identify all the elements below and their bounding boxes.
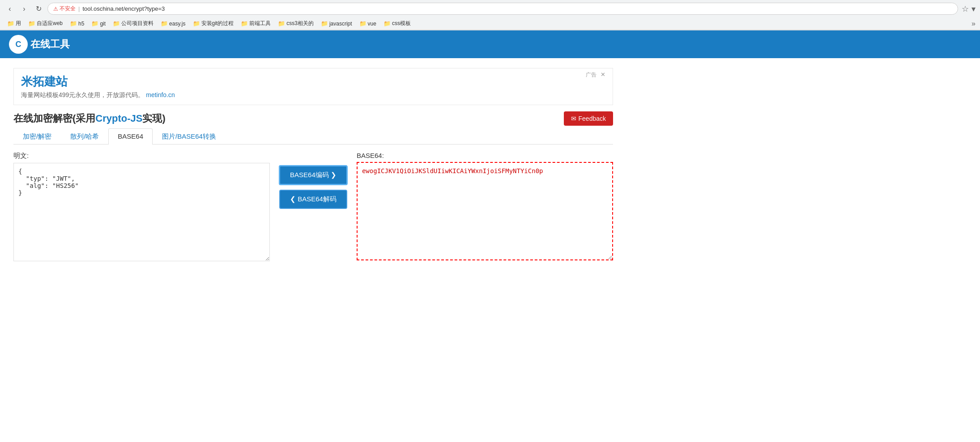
bookmarks-more-button[interactable]: » xyxy=(971,20,976,28)
logo-text: 在线工具 xyxy=(30,38,70,51)
toolbar-actions: ☆ ▾ xyxy=(962,4,976,14)
bookmark-label: javascript xyxy=(329,21,352,27)
feedback-icon: ✉ xyxy=(571,115,576,122)
encode-button[interactable]: BASE64编码 ❯ xyxy=(279,165,348,185)
bookmark-label: 用 xyxy=(16,20,21,27)
output-section: BASE64: ewogICJKV1QiOiJKSldUIiwKICAiYWxn… xyxy=(357,152,613,262)
base64-output[interactable]: ewogICJKV1QiOiJKSldUIiwKICAiYWxnIjoiSFMy… xyxy=(357,162,613,260)
bookmark-label: vue xyxy=(368,21,376,27)
bookmark-item-8[interactable]: 📁 css3相关的 xyxy=(275,19,316,28)
main-content: 广告 ✕ 米拓建站 海量网站模板499元永久使用，开放源代码。 metinfo.… xyxy=(0,58,626,267)
folder-icon: 📁 xyxy=(161,20,168,27)
encode-label: BASE64编码 ❯ xyxy=(290,171,337,179)
decode-button[interactable]: ❮ BASE64解码 xyxy=(279,190,347,209)
folder-icon: 📁 xyxy=(70,20,77,27)
security-warning: ⚠ 不安全 xyxy=(53,5,76,13)
feedback-label: Feedback xyxy=(579,115,606,122)
page-title: 在线加密解密(采用Crypto-JS实现) xyxy=(13,112,166,125)
ad-banner: 广告 ✕ 米拓建站 海量网站模板499元永久使用，开放源代码。 metinfo.… xyxy=(13,68,613,105)
ad-label: 广告 xyxy=(586,71,597,79)
bookmark-label: 公司项目资料 xyxy=(121,20,153,27)
ad-url[interactable]: metinfo.cn xyxy=(146,91,175,98)
page-title-prefix: 在线加密解密(采用 xyxy=(13,113,95,124)
folder-icon: 📁 xyxy=(278,20,285,27)
output-label: BASE64: xyxy=(357,152,613,159)
bookmark-label: 安装git的过程 xyxy=(201,20,234,27)
folder-icon: 📁 xyxy=(359,20,366,27)
back-button[interactable]: ‹ xyxy=(4,4,15,14)
bookmark-label: easy.js xyxy=(169,21,185,27)
bookmark-label: h5 xyxy=(78,21,84,27)
tabs: 加密/解密 散列/哈希 BASE64 图片/BASE64转换 xyxy=(13,128,613,144)
ad-subtitle: 海量网站模板499元永久使用，开放源代码。 metinfo.cn xyxy=(21,91,605,99)
folder-icon: 📁 xyxy=(321,20,328,27)
ad-title: 米拓建站 xyxy=(21,74,605,89)
bookmark-item-4[interactable]: 📁 公司项目资料 xyxy=(110,19,156,28)
input-section: 明文: { "typ": "JWT", "alg": "HS256" } xyxy=(13,152,270,263)
page-title-suffix: 实现) xyxy=(142,113,165,124)
logo-circle: C xyxy=(9,35,28,54)
tab-label: BASE64 xyxy=(118,132,143,140)
bookmark-item-6[interactable]: 📁 安装git的过程 xyxy=(190,19,237,28)
tab-label: 加密/解密 xyxy=(23,132,51,140)
bookmark-label: 前端工具 xyxy=(249,20,271,27)
security-label: 不安全 xyxy=(60,5,76,13)
input-label: 明文: xyxy=(13,152,270,160)
decode-label: ❮ BASE64解码 xyxy=(290,195,337,204)
site-header: C 在线工具 xyxy=(0,30,980,58)
bookmark-item-5[interactable]: 📁 easy.js xyxy=(158,19,188,28)
folder-icon: 📁 xyxy=(193,20,200,27)
bookmark-item-10[interactable]: 📁 vue xyxy=(357,19,379,28)
page-title-area: 在线加密解密(采用Crypto-JS实现) ✉ Feedback xyxy=(13,111,613,126)
plaintext-input[interactable]: { "typ": "JWT", "alg": "HS256" } xyxy=(13,163,270,261)
address-bar[interactable]: ⚠ 不安全 | tool.oschina.net/encrypt?type=3 xyxy=(47,3,958,15)
reload-button[interactable]: ↻ xyxy=(33,4,44,14)
bookmark-item-0[interactable]: 📁 用 xyxy=(4,19,24,28)
browser-toolbar: ‹ › ↻ ⚠ 不安全 | tool.oschina.net/encrypt?t… xyxy=(0,0,980,17)
bookmark-label: css模板 xyxy=(392,20,411,27)
warning-icon: ⚠ xyxy=(53,6,58,12)
tab-label: 散列/哈希 xyxy=(70,132,99,140)
tab-encrypt-decrypt[interactable]: 加密/解密 xyxy=(13,128,61,144)
folder-icon: 📁 xyxy=(383,20,391,27)
bookmark-item-3[interactable]: 📁 git xyxy=(89,19,108,28)
tool-area: 明文: { "typ": "JWT", "alg": "HS256" } BAS… xyxy=(13,152,613,263)
forward-button[interactable]: › xyxy=(19,4,30,14)
tab-hash[interactable]: 散列/哈希 xyxy=(61,128,108,144)
bookmark-button[interactable]: ☆ xyxy=(962,4,969,14)
bookmark-item-2[interactable]: 📁 h5 xyxy=(67,19,87,28)
feedback-button[interactable]: ✉ Feedback xyxy=(564,111,613,126)
tab-base64[interactable]: BASE64 xyxy=(108,128,153,144)
tab-image-base64[interactable]: 图片/BASE64转换 xyxy=(153,128,226,144)
bookmark-label: 自适应web xyxy=(37,20,63,27)
folder-icon: 📁 xyxy=(28,20,35,27)
bookmark-label: css3相关的 xyxy=(286,20,314,27)
separator: | xyxy=(78,5,80,12)
buttons-section: BASE64编码 ❯ ❮ BASE64解码 xyxy=(279,152,348,209)
tab-label: 图片/BASE64转换 xyxy=(162,132,216,140)
bookmark-item-9[interactable]: 📁 javascript xyxy=(318,19,355,28)
ad-subtitle-text: 海量网站模板499元永久使用，开放源代码。 xyxy=(21,91,144,98)
browser-chrome: ‹ › ↻ ⚠ 不安全 | tool.oschina.net/encrypt?t… xyxy=(0,0,980,30)
folder-icon: 📁 xyxy=(7,20,14,27)
url-text: tool.oschina.net/encrypt?type=3 xyxy=(82,5,165,12)
bookmark-item-7[interactable]: 📁 前端工具 xyxy=(238,19,273,28)
folder-icon: 📁 xyxy=(241,20,248,27)
folder-icon: 📁 xyxy=(113,20,120,27)
page-title-highlight: Crypto-JS xyxy=(95,113,142,124)
bookmarks-bar: 📁 用 📁 自适应web 📁 h5 📁 git 📁 公司项目资料 📁 easy.… xyxy=(0,17,980,30)
ad-close-button[interactable]: ✕ xyxy=(601,71,605,78)
folder-icon: 📁 xyxy=(91,20,98,27)
bookmark-item-1[interactable]: 📁 自适应web xyxy=(26,19,65,28)
browser-menu-button[interactable]: ▾ xyxy=(971,4,976,14)
bookmark-item-11[interactable]: 📁 css模板 xyxy=(381,19,413,28)
site-logo: C 在线工具 xyxy=(9,35,70,54)
bookmark-label: git xyxy=(100,21,106,27)
